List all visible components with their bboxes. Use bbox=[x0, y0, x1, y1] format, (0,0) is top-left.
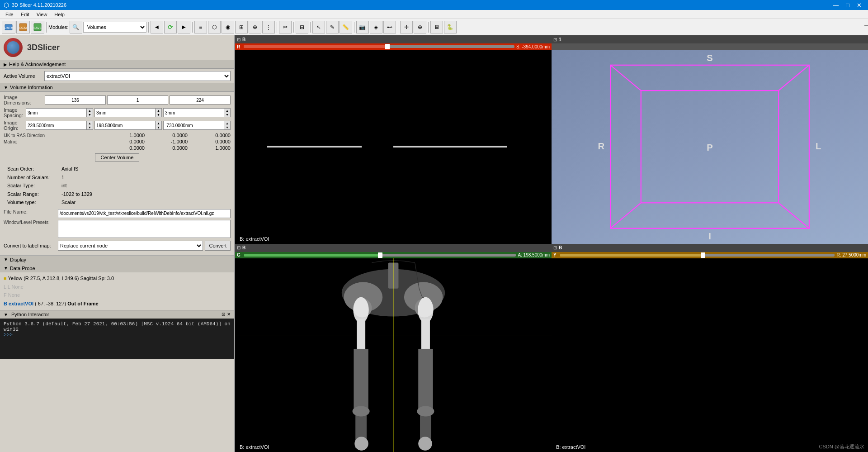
origin-y-up[interactable]: ▲ bbox=[156, 121, 161, 125]
toolbar-arrow-icon[interactable]: ↖ bbox=[312, 21, 325, 33]
convert-button[interactable]: Convert bbox=[205, 241, 231, 251]
toolbar-slicer-icon[interactable]: 🖥 bbox=[430, 21, 443, 33]
title-bar-controls[interactable]: — □ ✕ bbox=[830, 2, 864, 9]
image-origin-row: Image Origin: ▲ ▼ bbox=[4, 120, 231, 131]
toolbar-list-icon[interactable]: ≡ bbox=[194, 21, 207, 33]
window-level-textarea[interactable] bbox=[58, 220, 231, 238]
toolbar-vol-render-icon[interactable]: ◈ bbox=[370, 21, 382, 33]
menu-view[interactable]: View bbox=[33, 11, 51, 18]
toolbar-cube-icon[interactable]: ⬡ bbox=[208, 21, 221, 33]
svg-rect-29 bbox=[418, 348, 433, 409]
crosshair-v-green bbox=[393, 258, 394, 452]
toolbar-dot-icon[interactable]: ⊕ bbox=[249, 21, 261, 33]
ijk-ras-label: IJK to RAS Direction Matrix: bbox=[4, 133, 58, 145]
probe-sagittal-info: Sagittal Sp: 3.0 bbox=[80, 276, 114, 281]
origin-z-down[interactable]: ▼ bbox=[224, 125, 230, 129]
python-header[interactable]: ▼ Python Interactor ⊡ ✕ bbox=[0, 310, 234, 319]
modules-label: Modules: bbox=[48, 24, 69, 30]
origin-y-down[interactable]: ▼ bbox=[156, 125, 161, 129]
toolbar-markup-icon[interactable]: ✎ bbox=[326, 21, 339, 33]
toolbar-grid-icon[interactable]: ⊟ bbox=[296, 21, 308, 33]
viewport-yellow-bar-label: Y bbox=[553, 252, 557, 257]
spacing-y-down[interactable]: ▼ bbox=[156, 113, 161, 117]
svg-line-11 bbox=[778, 65, 809, 90]
spacing-z-down[interactable]: ▼ bbox=[224, 113, 230, 117]
origin-x-field[interactable] bbox=[26, 121, 87, 130]
python-prompt-line: >>> bbox=[4, 332, 231, 338]
viewport-3d-pin[interactable]: ⊡ bbox=[553, 37, 557, 42]
python-content[interactable]: Python 3.6.7 (default, Feb 27 2021, 00:0… bbox=[0, 319, 234, 359]
toolbar-ruler-icon[interactable]: 📏 bbox=[340, 21, 352, 33]
origin-z-field[interactable] bbox=[163, 121, 224, 130]
toolbar-scissors-icon[interactable]: ✂ bbox=[279, 21, 292, 33]
toolbar-sphere-icon[interactable]: ◉ bbox=[222, 21, 234, 33]
toolbar-back-icon[interactable]: ◀ bbox=[151, 21, 163, 33]
image-dim-y[interactable] bbox=[107, 95, 168, 105]
toolbar-forward-icon[interactable]: ▶ bbox=[178, 21, 190, 33]
origin-z-up[interactable]: ▲ bbox=[224, 121, 230, 125]
viewport-red-canvas[interactable]: B: extractVOI bbox=[235, 50, 552, 244]
menu-file[interactable]: File bbox=[2, 11, 17, 18]
viewport-red-slider-track[interactable] bbox=[244, 45, 514, 48]
spacing-x-down[interactable]: ▼ bbox=[87, 113, 93, 117]
viewport-yellow-slider-track[interactable] bbox=[560, 254, 835, 257]
toolbar-search-icon[interactable]: 🔍 bbox=[70, 21, 82, 33]
spacing-z-up[interactable]: ▲ bbox=[224, 109, 230, 113]
python-close-icon[interactable]: ✕ bbox=[227, 312, 231, 317]
viewport-red-pin[interactable]: ⊡ bbox=[237, 37, 241, 42]
viewport-yellow-pin[interactable]: ⊡ bbox=[553, 245, 557, 250]
toolbar-capture-icon[interactable]: 📷 bbox=[356, 21, 369, 33]
viewport-green-slider-track[interactable] bbox=[244, 254, 516, 257]
center-volume-button[interactable]: Center Volume bbox=[95, 153, 140, 162]
spacing-x-field[interactable] bbox=[26, 108, 87, 117]
toolbar-data-icon[interactable]: DATA bbox=[2, 21, 15, 33]
file-name-input[interactable] bbox=[58, 209, 231, 218]
python-detach-icon[interactable]: ⊡ bbox=[222, 312, 225, 317]
svg-point-35 bbox=[418, 437, 432, 450]
toolbar-crosshair-icon[interactable]: ✛ bbox=[400, 21, 413, 33]
spacing-x-up[interactable]: ▲ bbox=[87, 109, 93, 113]
viewport-yellow-slider-thumb[interactable] bbox=[701, 252, 705, 258]
modules-dropdown[interactable]: Volumes bbox=[83, 22, 146, 33]
toolbar-mesh-icon[interactable]: ⊞ bbox=[235, 21, 248, 33]
volume-info-header[interactable]: ▼ Volume Information bbox=[0, 83, 234, 92]
minimize-button[interactable]: — bbox=[830, 2, 841, 9]
close-button[interactable]: ✕ bbox=[854, 2, 864, 9]
origin-x-down[interactable]: ▼ bbox=[87, 125, 93, 129]
origin-x-up[interactable]: ▲ bbox=[87, 121, 93, 125]
spacing-x-spinner: ▲ ▼ bbox=[87, 108, 93, 117]
image-dim-z[interactable] bbox=[170, 95, 231, 105]
spacing-z-field[interactable] bbox=[163, 108, 224, 117]
maximize-button[interactable]: □ bbox=[843, 2, 852, 9]
viewport-green-coord: A: 198.5000mm bbox=[518, 252, 550, 257]
viewport-green-slider-thumb[interactable] bbox=[378, 252, 382, 258]
viewport-red-bar-label: R bbox=[237, 44, 240, 49]
menu-edit[interactable]: Edit bbox=[17, 11, 33, 18]
toolbar-transform-icon[interactable]: ⊷ bbox=[383, 21, 396, 33]
image-dim-x[interactable] bbox=[45, 95, 106, 105]
toolbar-zoom-icon[interactable]: ⊕ bbox=[414, 21, 426, 33]
active-volume-select[interactable]: extractVOI bbox=[44, 71, 231, 81]
spacing-y-up[interactable]: ▲ bbox=[156, 109, 161, 113]
toolbar-dcm-icon[interactable]: DCM bbox=[16, 21, 30, 33]
viewport-green-pin[interactable]: ⊡ bbox=[237, 245, 241, 250]
viewport-red-slider-bar: R S: -394.0000mm bbox=[235, 43, 552, 50]
toolbar-reload-icon[interactable]: ⟳ bbox=[164, 21, 177, 33]
viewport-red-slider-thumb[interactable] bbox=[385, 44, 390, 49]
data-probe-header[interactable]: ▼ Data Probe bbox=[0, 264, 234, 272]
spacing-y-field[interactable] bbox=[94, 108, 156, 117]
menu-help[interactable]: Help bbox=[51, 11, 68, 18]
left-panel-scroll[interactable]: ▶ Help & Acknowledgement Active Volume e… bbox=[0, 60, 234, 452]
viewport-yellow-canvas[interactable]: B: extractVOI CSDN @落花逐流水 bbox=[552, 258, 868, 452]
python-line-1: Python 3.6.7 (default, Feb 27 2021, 00:0… bbox=[4, 321, 231, 327]
toolbar-save-icon[interactable]: SAVE bbox=[31, 21, 44, 33]
origin-y-field[interactable] bbox=[94, 121, 156, 130]
viewport-3d-canvas[interactable]: S I R L P bbox=[552, 50, 868, 244]
data-probe-content: ■ Yellow (R 27.5, A 312.8, I 349.6) Sagi… bbox=[0, 272, 234, 310]
viewport-green-canvas[interactable]: B: extractVOI bbox=[235, 258, 552, 452]
help-header[interactable]: ▶ Help & Acknowledgement bbox=[0, 60, 234, 69]
toolbar-python-icon[interactable]: 🐍 bbox=[444, 21, 457, 33]
toolbar-cursor-icon[interactable]: ⋮ bbox=[262, 21, 275, 33]
convert-select[interactable]: Replace current node bbox=[58, 241, 203, 251]
display-header[interactable]: ▼ Display bbox=[0, 256, 234, 264]
